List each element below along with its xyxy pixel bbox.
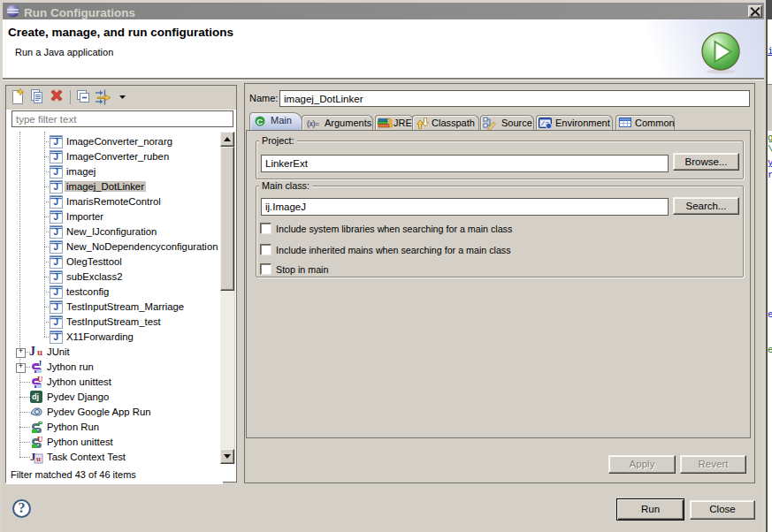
- svg-text:C: C: [256, 117, 263, 126]
- svg-text:U: U: [37, 375, 43, 384]
- svg-text:J: J: [30, 451, 35, 463]
- svg-text:P: P: [38, 420, 43, 428]
- svg-text:u: u: [36, 454, 41, 463]
- svg-text:dj: dj: [32, 392, 39, 401]
- svg-text:J: J: [38, 360, 42, 368]
- svg-text:U: U: [37, 435, 43, 444]
